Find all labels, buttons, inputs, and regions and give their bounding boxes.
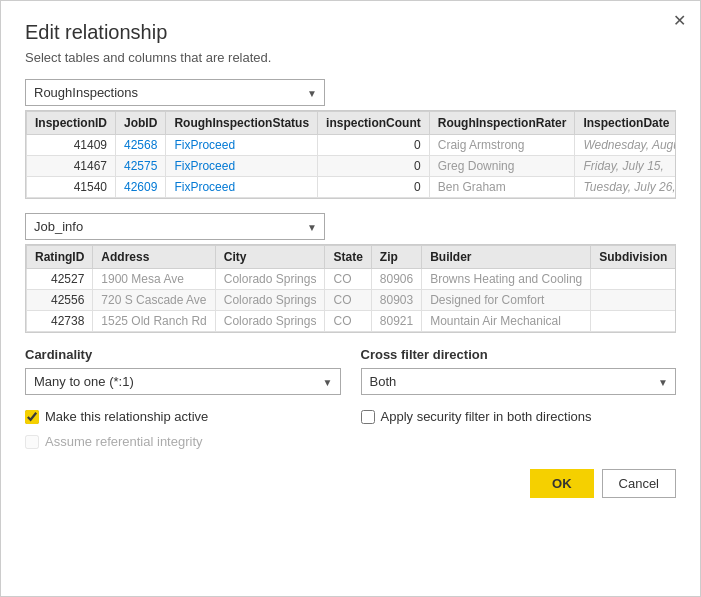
- table1-dropdown[interactable]: RoughInspections: [25, 79, 325, 106]
- table2-dropdown[interactable]: Job_info: [25, 213, 325, 240]
- cell-count: 0: [318, 135, 430, 156]
- dialog-title: Edit relationship: [25, 21, 676, 44]
- cell-count: 0: [318, 156, 430, 177]
- cell-address: 1525 Old Ranch Rd: [93, 311, 215, 332]
- cell-city: Colorado Springs: [215, 311, 325, 332]
- table1: InspectionID JobID RoughInspectionStatus…: [26, 111, 676, 198]
- table1-body: 41409 42568 FixProceed 0 Craig Armstrong…: [27, 135, 677, 198]
- cell-inspection-id: 41409: [27, 135, 116, 156]
- cell-job-id: 42568: [116, 135, 166, 156]
- cell-subdivision: [591, 311, 676, 332]
- cardinality-dropdown-wrap: Many to one (*:1)One to one (1:1)One to …: [25, 368, 341, 395]
- table-row: 41467 42575 FixProceed 0 Greg Downing Fr…: [27, 156, 677, 177]
- table-row: 42527 1900 Mesa Ave Colorado Springs CO …: [27, 269, 677, 290]
- active-checkbox[interactable]: [25, 410, 39, 424]
- integrity-checkbox-row: Assume referential integrity: [25, 434, 341, 449]
- cardinality-dropdown[interactable]: Many to one (*:1)One to one (1:1)One to …: [25, 368, 341, 395]
- table2-col-state: State: [325, 246, 371, 269]
- ok-button[interactable]: OK: [530, 469, 594, 498]
- table2-col-city: City: [215, 246, 325, 269]
- cell-city: Colorado Springs: [215, 290, 325, 311]
- table1-col-rater: RoughInspectionRater: [429, 112, 575, 135]
- cell-zip: 80903: [371, 290, 421, 311]
- cell-builder: Browns Heating and Cooling: [422, 269, 591, 290]
- cell-builder: Designed for Comfort: [422, 290, 591, 311]
- cell-zip: 80906: [371, 269, 421, 290]
- cell-status: FixProceed: [166, 177, 318, 198]
- cell-rater: Greg Downing: [429, 156, 575, 177]
- table2-col-builder: Builder: [422, 246, 591, 269]
- table-row: 42738 1525 Old Ranch Rd Colorado Springs…: [27, 311, 677, 332]
- cell-city: Colorado Springs: [215, 269, 325, 290]
- cell-date: Tuesday, July 26,: [575, 177, 676, 198]
- table2-col-address: Address: [93, 246, 215, 269]
- integrity-checkbox-label: Assume referential integrity: [45, 434, 203, 449]
- table1-header-row: InspectionID JobID RoughInspectionStatus…: [27, 112, 677, 135]
- cell-address: 1900 Mesa Ave: [93, 269, 215, 290]
- cross-filter-dropdown-wrap: BothSingle ▼: [361, 368, 677, 395]
- table2-col-zip: Zip: [371, 246, 421, 269]
- cross-filter-label: Cross filter direction: [361, 347, 677, 362]
- cell-status: FixProceed: [166, 156, 318, 177]
- cardinality-section: Cardinality Many to one (*:1)One to one …: [25, 347, 341, 449]
- cell-rater: Craig Armstrong: [429, 135, 575, 156]
- table1-dropdown-wrap: RoughInspections ▼: [25, 79, 325, 106]
- table2-container: RatingID Address City State Zip Builder …: [25, 244, 676, 333]
- table2-dropdown-wrap: Job_info ▼: [25, 213, 325, 240]
- active-checkbox-label: Make this relationship active: [45, 409, 208, 424]
- table2-col-subdivision: Subdivision: [591, 246, 676, 269]
- table1-col-count: inspectionCount: [318, 112, 430, 135]
- cell-state: CO: [325, 269, 371, 290]
- table2: RatingID Address City State Zip Builder …: [26, 245, 676, 332]
- cell-rating-id: 42556: [27, 290, 93, 311]
- security-checkbox-label: Apply security filter in both directions: [381, 409, 592, 424]
- cancel-button[interactable]: Cancel: [602, 469, 676, 498]
- cell-rating-id: 42527: [27, 269, 93, 290]
- table1-col-inspection-id: InspectionID: [27, 112, 116, 135]
- integrity-checkbox[interactable]: [25, 435, 39, 449]
- cardinality-label: Cardinality: [25, 347, 341, 362]
- table1-col-date: InspectionDate: [575, 112, 676, 135]
- table1-col-status: RoughInspectionStatus: [166, 112, 318, 135]
- dialog-subtitle: Select tables and columns that are relat…: [25, 50, 676, 65]
- security-checkbox-row: Apply security filter in both directions: [361, 409, 677, 424]
- cell-date: Wednesday, August 31,: [575, 135, 676, 156]
- table-row: 41540 42609 FixProceed 0 Ben Graham Tues…: [27, 177, 677, 198]
- table1-col-job-id: JobID: [116, 112, 166, 135]
- cell-rating-id: 42738: [27, 311, 93, 332]
- cell-subdivision: [591, 290, 676, 311]
- cell-job-id: 42575: [116, 156, 166, 177]
- cell-inspection-id: 41467: [27, 156, 116, 177]
- security-checkbox[interactable]: [361, 410, 375, 424]
- table-row: 41409 42568 FixProceed 0 Craig Armstrong…: [27, 135, 677, 156]
- table-row: 42556 720 S Cascade Ave Colorado Springs…: [27, 290, 677, 311]
- footer-buttons: OK Cancel: [25, 469, 676, 498]
- table2-header-row: RatingID Address City State Zip Builder …: [27, 246, 677, 269]
- cell-state: CO: [325, 311, 371, 332]
- cell-address: 720 S Cascade Ave: [93, 290, 215, 311]
- table2-col-rating-id: RatingID: [27, 246, 93, 269]
- cell-state: CO: [325, 290, 371, 311]
- cell-zip: 80921: [371, 311, 421, 332]
- cell-status: FixProceed: [166, 135, 318, 156]
- bottom-section: Cardinality Many to one (*:1)One to one …: [25, 347, 676, 449]
- table1-container: InspectionID JobID RoughInspectionStatus…: [25, 110, 676, 199]
- cross-filter-dropdown[interactable]: BothSingle: [361, 368, 677, 395]
- cell-date: Friday, July 15,: [575, 156, 676, 177]
- table2-body: 42527 1900 Mesa Ave Colorado Springs CO …: [27, 269, 677, 332]
- close-button[interactable]: ✕: [673, 11, 686, 30]
- edit-relationship-dialog: ✕ Edit relationship Select tables and co…: [0, 0, 701, 597]
- cell-count: 0: [318, 177, 430, 198]
- cross-filter-section: Cross filter direction BothSingle ▼ Appl…: [361, 347, 677, 449]
- cell-rater: Ben Graham: [429, 177, 575, 198]
- cell-job-id: 42609: [116, 177, 166, 198]
- active-checkbox-row: Make this relationship active: [25, 409, 341, 424]
- cell-builder: Mountain Air Mechanical: [422, 311, 591, 332]
- cell-subdivision: [591, 269, 676, 290]
- cell-inspection-id: 41540: [27, 177, 116, 198]
